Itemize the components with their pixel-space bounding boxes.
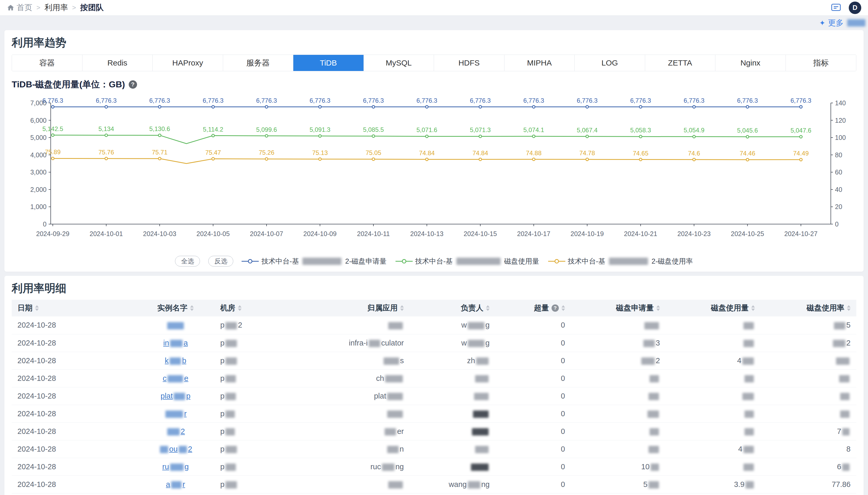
column-header-idc[interactable]: 机房 [215, 300, 300, 317]
sort-icon[interactable] [190, 305, 194, 311]
chart-help-icon[interactable]: ? [129, 80, 137, 89]
sort-icon[interactable] [35, 305, 39, 311]
svg-text:74.84: 74.84 [473, 150, 488, 156]
instance-link[interactable]: g [185, 462, 189, 471]
instance-link[interactable]: c [163, 374, 167, 382]
column-header-usage[interactable]: 磁盘使用量 [666, 300, 761, 317]
text: 3 [656, 339, 660, 347]
legend-item-0[interactable]: 技术中台-基2-磁盘申请量 [242, 257, 387, 266]
cell-idc: p [215, 440, 300, 458]
instance-link[interactable]: p [186, 392, 190, 400]
tab-MIPHA[interactable]: MIPHA [505, 55, 575, 71]
redacted-block [170, 340, 183, 347]
sort-icon[interactable] [238, 305, 242, 311]
instance-link[interactable]: r [184, 409, 187, 418]
trend-tabs: 容器RedisHAProxy服务器TiDBMySQLHDFSMIPHALOGZE… [12, 55, 856, 71]
cell-request [571, 493, 666, 495]
instance-link[interactable]: a [184, 339, 188, 347]
more-link[interactable]: ✦ 更多 [819, 18, 866, 28]
cell-owner [410, 387, 495, 405]
text: 0 [561, 409, 565, 418]
message-icon[interactable] [831, 2, 841, 13]
redacted-block [456, 258, 500, 265]
cell-app: er [300, 423, 410, 440]
instance-link[interactable]: b [182, 356, 186, 365]
instance-link[interactable]: in [163, 339, 169, 347]
svg-text:6,776.3: 6,776.3 [523, 97, 544, 104]
instance-link[interactable]: r [183, 480, 185, 489]
text: p [220, 374, 224, 382]
tab-LOG[interactable]: LOG [575, 55, 645, 71]
tab-MySQL[interactable]: MySQL [364, 55, 434, 71]
redacted-block [387, 410, 403, 418]
instance-link[interactable]: k [165, 356, 169, 365]
text: p [220, 445, 224, 453]
legend-item-2[interactable]: 技术中台-基2-磁盘使用率 [548, 257, 693, 266]
column-header-instance[interactable]: 实例名字 [137, 300, 215, 317]
breadcrumb-utilization[interactable]: 利用率 [45, 2, 68, 13]
svg-text:6,776.3: 6,776.3 [256, 97, 277, 104]
tab-指标[interactable]: 指标 [786, 55, 856, 71]
text: 3.9 [734, 480, 745, 489]
tab-容器[interactable]: 容器 [12, 55, 82, 71]
invert-selection-button[interactable]: 反选 [208, 256, 233, 267]
svg-text:6,776.3: 6,776.3 [363, 97, 384, 104]
instance-link[interactable]: 2 [181, 427, 185, 436]
instance-link[interactable]: ou [169, 445, 177, 453]
cell-idc: p [215, 352, 300, 370]
column-header-request[interactable]: 磁盘申请量 [571, 300, 666, 317]
legend-item-1[interactable]: 技术中台-基磁盘使用量 [395, 257, 539, 266]
cell-request: 5 [571, 476, 666, 493]
more-link-label: 更多 [828, 18, 844, 28]
tab-Redis[interactable]: Redis [82, 55, 153, 71]
instance-link[interactable]: plat [161, 392, 173, 400]
sort-icon[interactable] [486, 305, 490, 311]
cell-usage [666, 370, 761, 387]
cell-date: 2024-10-28 [12, 423, 137, 440]
instance-link[interactable]: 2 [188, 445, 192, 453]
cell-idc: p [215, 334, 300, 352]
tab-服务器[interactable]: 服务器 [223, 55, 293, 71]
instance-link[interactable]: ru [162, 462, 169, 471]
svg-text:5,074.1: 5,074.1 [523, 126, 544, 133]
column-header-rate[interactable]: 磁盘使用率 [761, 300, 856, 317]
sort-icon[interactable] [847, 305, 851, 311]
text: ng [481, 480, 490, 489]
svg-text:2024-10-19: 2024-10-19 [571, 230, 604, 237]
avatar[interactable]: D [849, 2, 861, 14]
text: 技术中台-基 [415, 257, 453, 266]
sort-icon[interactable] [400, 305, 404, 311]
text: g [486, 321, 490, 329]
svg-text:140: 140 [835, 99, 846, 107]
redacted-block [225, 393, 236, 400]
column-header-app[interactable]: 归属应用 [300, 300, 410, 317]
svg-text:2024-10-13: 2024-10-13 [410, 230, 444, 237]
tab-Nginx[interactable]: Nginx [715, 55, 786, 71]
sort-icon[interactable] [561, 305, 565, 311]
cell-over: 0 [495, 317, 571, 334]
column-header-owner[interactable]: 负责人 [410, 300, 495, 317]
breadcrumb-home[interactable]: 首页 [7, 2, 32, 13]
svg-text:2024-10-05: 2024-10-05 [197, 230, 230, 237]
cell-instance: kb [137, 352, 215, 370]
sort-icon[interactable] [656, 305, 660, 311]
cell-app: rucng [300, 458, 410, 476]
redacted-block [651, 463, 659, 471]
column-header-over[interactable]: 超量? [495, 300, 571, 317]
tab-ZETTA[interactable]: ZETTA [645, 55, 716, 71]
instance-link[interactable]: a [166, 480, 170, 489]
redacted-block [475, 446, 489, 453]
column-header-date[interactable]: 日期 [12, 300, 137, 317]
sort-icon[interactable] [751, 305, 755, 311]
select-all-button[interactable]: 全选 [175, 256, 200, 267]
tab-TiDB[interactable]: TiDB [293, 55, 364, 71]
text: 2024-10-28 [17, 339, 56, 347]
tab-HAProxy[interactable]: HAProxy [153, 55, 223, 71]
tab-HDFS[interactable]: HDFS [434, 55, 505, 71]
svg-text:2024-10-23: 2024-10-23 [677, 230, 711, 237]
instance-link[interactable]: e [184, 374, 188, 382]
svg-text:6,776.3: 6,776.3 [630, 97, 651, 104]
over-quota-help-icon[interactable]: ? [551, 304, 559, 312]
svg-text:40: 40 [835, 186, 842, 193]
redacted-block [650, 428, 659, 436]
